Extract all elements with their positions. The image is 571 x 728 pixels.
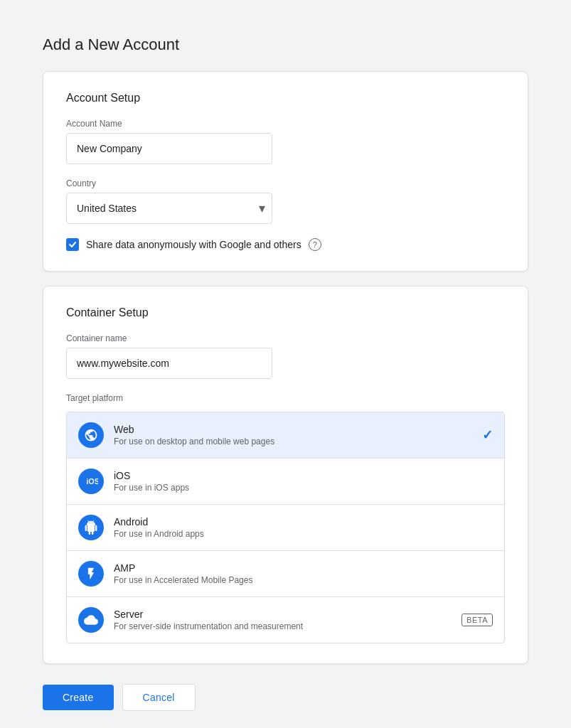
android-platform-text: Android For use in Android apps <box>114 516 493 539</box>
server-icon <box>78 607 104 633</box>
checkmark-icon <box>68 240 77 249</box>
share-data-checkbox[interactable] <box>66 238 79 251</box>
account-setup-title: Account Setup <box>66 92 505 105</box>
android-platform-desc: For use in Android apps <box>114 529 493 539</box>
button-row: Create Cancel <box>43 678 528 711</box>
amp-platform-text: AMP For use in Accelerated Mobile Pages <box>114 562 493 585</box>
server-platform-text: Server For server-side instrumentation a… <box>114 609 461 631</box>
platform-item-web[interactable]: Web For use on desktop and mobile web pa… <box>67 412 504 459</box>
beta-badge: BETA <box>461 614 493 626</box>
server-platform-desc: For server-side instrumentation and meas… <box>114 621 461 631</box>
share-data-label: Share data anonymously with Google and o… <box>86 239 301 250</box>
web-selected-check-icon: ✓ <box>482 427 493 443</box>
target-platform-label: Target platform <box>66 393 505 403</box>
container-setup-title: Container Setup <box>66 306 505 319</box>
web-platform-text: Web For use on desktop and mobile web pa… <box>114 424 482 446</box>
platform-list: Web For use on desktop and mobile web pa… <box>66 412 505 643</box>
platform-item-ios[interactable]: iOS iOS For use in iOS apps <box>67 459 504 505</box>
container-setup-card: Container Setup Container name Target pl… <box>43 286 528 664</box>
page-container: Add a New Account Account Setup Account … <box>14 14 557 728</box>
account-name-input[interactable] <box>66 133 272 164</box>
country-select-wrapper: United States United Kingdom Canada Aust… <box>66 193 272 224</box>
page-title: Add a New Account <box>43 36 528 54</box>
web-platform-name: Web <box>114 424 482 435</box>
container-name-input[interactable] <box>66 348 272 379</box>
account-name-label: Account Name <box>66 119 505 129</box>
cancel-button[interactable]: Cancel <box>122 684 196 711</box>
create-button[interactable]: Create <box>43 685 114 710</box>
ios-platform-name: iOS <box>114 470 493 481</box>
web-icon <box>78 422 104 448</box>
platform-item-server[interactable]: Server For server-side instrumentation a… <box>67 597 504 643</box>
amp-platform-desc: For use in Accelerated Mobile Pages <box>114 575 493 585</box>
amp-platform-name: AMP <box>114 562 493 574</box>
country-label: Country <box>66 178 505 188</box>
android-icon <box>78 515 104 540</box>
container-name-label: Container name <box>66 333 505 343</box>
account-setup-card: Account Setup Account Name Country Unite… <box>43 71 528 272</box>
ios-platform-text: iOS For use in iOS apps <box>114 470 493 493</box>
ios-icon: iOS <box>78 469 104 494</box>
platform-item-android[interactable]: Android For use in Android apps <box>67 505 504 551</box>
server-platform-name: Server <box>114 609 461 620</box>
share-data-row: Share data anonymously with Google and o… <box>66 238 505 251</box>
platform-item-amp[interactable]: AMP For use in Accelerated Mobile Pages <box>67 551 504 597</box>
svg-text:iOS: iOS <box>86 477 98 486</box>
amp-icon <box>78 561 104 587</box>
help-icon[interactable]: ? <box>309 238 321 251</box>
android-platform-name: Android <box>114 516 493 528</box>
web-platform-desc: For use on desktop and mobile web pages <box>114 437 482 446</box>
country-select[interactable]: United States United Kingdom Canada Aust… <box>66 193 272 224</box>
ios-platform-desc: For use in iOS apps <box>114 483 493 493</box>
